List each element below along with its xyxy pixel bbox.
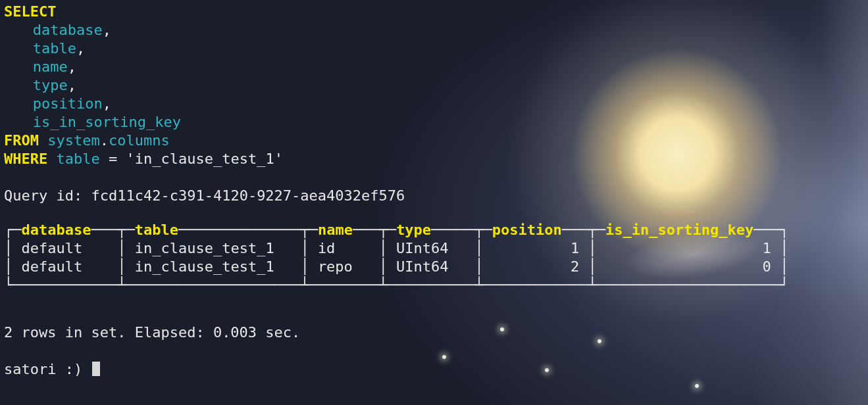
table-header: database — [22, 222, 91, 238]
table-cell: 0 — [605, 258, 771, 275]
table-border: │ — [300, 240, 309, 256]
table-border: │ — [474, 240, 483, 256]
table-border: └ — [4, 277, 13, 293]
kw-from: FROM — [4, 132, 39, 149]
table-border: ┴ — [379, 277, 388, 293]
table-border: ──────────── — [484, 277, 588, 293]
table-border: │ — [300, 258, 309, 275]
comma: , — [76, 40, 85, 57]
comma: , — [103, 95, 111, 112]
query-id-value: fcd11c42-c391-4120-9227-aea4032ef576 — [91, 187, 405, 204]
where-op: = — [109, 151, 117, 167]
table-bottom-border: └────────────┴────────────────────┴─────… — [4, 276, 864, 295]
dot: . — [100, 132, 109, 149]
table-border: ─── — [91, 222, 117, 238]
prompt-text: satori :) — [4, 361, 91, 377]
from-schema: system — [47, 132, 99, 149]
sql-col-line: position, — [4, 95, 864, 113]
table-border: │ — [117, 240, 126, 256]
table-border: │ — [474, 258, 483, 275]
sql-col: position — [33, 95, 103, 112]
sql-col: name — [33, 59, 68, 75]
status-line: 2 rows in set. Elapsed: 0.003 sec. — [4, 323, 864, 342]
table-header: position — [492, 222, 562, 238]
table-border: ──────────── — [13, 277, 117, 293]
comma: , — [68, 77, 76, 93]
table-cell: UInt64 — [396, 240, 466, 256]
sql-select-line: SELECT — [4, 3, 864, 21]
table-cell: 2 — [492, 258, 579, 275]
table-header: name — [318, 222, 353, 238]
table-border: ────────── — [388, 277, 474, 293]
query-id-label: Query id: — [4, 187, 82, 204]
table-cell: in_clause_test_1 — [135, 258, 292, 275]
table-border: ┴ — [588, 277, 596, 293]
table-row: │ default │ in_clause_test_1 │ id │ UInt… — [4, 239, 864, 258]
cursor — [92, 362, 100, 376]
table-cell: 1 — [492, 240, 579, 256]
sql-col-line: is_in_sorting_key — [4, 113, 864, 131]
table-cell: UInt64 — [396, 258, 466, 275]
table-border: ┬─ — [474, 222, 492, 238]
table-border: ┘ — [780, 277, 788, 293]
query-id-line: Query id: fcd11c42-c391-4120-9227-aea403… — [4, 187, 864, 205]
table-border: ─── — [753, 222, 780, 238]
table-border: │ — [379, 240, 388, 256]
table-border: ┴ — [117, 277, 126, 293]
table-border: ┴ — [474, 277, 483, 293]
sql-col-line: table, — [4, 39, 864, 58]
table-cell: 1 — [605, 240, 771, 256]
table-border: │ — [588, 258, 597, 275]
table-header: type — [396, 222, 431, 238]
sql-col: table — [33, 40, 76, 57]
sql-col: database — [33, 22, 103, 38]
table-border: ──────── — [309, 277, 379, 293]
table-row: │ default │ in_clause_test_1 │ repo │ UI… — [4, 258, 864, 276]
terminal-content: SELECT database,table,name,type,position… — [0, 0, 868, 379]
sql-col-line: type, — [4, 76, 864, 95]
table-border: │ — [379, 258, 388, 275]
table-border: ─── — [562, 222, 588, 238]
sql-col: type — [33, 77, 68, 93]
table-border: ┬─ — [588, 222, 606, 238]
table-border: ┴ — [300, 277, 309, 293]
table-border: ┌─ — [4, 222, 22, 238]
sql-from-line: FROM system.columns — [4, 131, 864, 150]
table-top-border: ┌─database───┬─table──────────────┬─name… — [4, 221, 864, 239]
kw-select: SELECT — [4, 3, 56, 20]
sql-col-line: name, — [4, 58, 864, 76]
table-header: is_in_sorting_key — [605, 222, 753, 238]
table-header: table — [135, 222, 178, 238]
table-border: ────────────── — [178, 222, 300, 238]
table-border: │ — [4, 240, 13, 256]
result-table: ┌─database───┬─table──────────────┬─name… — [4, 221, 864, 295]
from-table: columns — [109, 132, 170, 149]
table-border: │ — [4, 258, 13, 275]
table-border: ┐ — [780, 222, 788, 238]
table-border: │ — [588, 240, 597, 256]
table-border: │ — [117, 258, 126, 275]
sql-col: is_in_sorting_key — [33, 114, 181, 130]
comma: , — [103, 22, 111, 38]
where-col: table — [56, 151, 99, 167]
table-border: │ — [780, 258, 788, 275]
sparkle — [695, 384, 699, 388]
kw-where: WHERE — [4, 151, 47, 167]
table-border: ┬─ — [300, 222, 318, 238]
comma: , — [68, 59, 76, 75]
sql-col-line: database, — [4, 21, 864, 39]
table-border: ─── — [353, 222, 379, 238]
where-val: 'in_clause_test_1' — [126, 151, 282, 167]
sql-where-line: WHERE table = 'in_clause_test_1' — [4, 150, 864, 168]
table-border: ┬─ — [117, 222, 135, 238]
table-border: │ — [780, 240, 788, 256]
table-cell: default — [22, 258, 109, 275]
table-cell: repo — [318, 258, 370, 275]
table-border: ┬─ — [379, 222, 397, 238]
table-cell: in_clause_test_1 — [135, 240, 292, 256]
table-border: ───── — [431, 222, 474, 238]
prompt-line[interactable]: satori :) — [4, 360, 864, 379]
table-cell: id — [318, 240, 370, 256]
table-cell: default — [22, 240, 109, 256]
table-border: ───────────────────── — [597, 277, 780, 293]
